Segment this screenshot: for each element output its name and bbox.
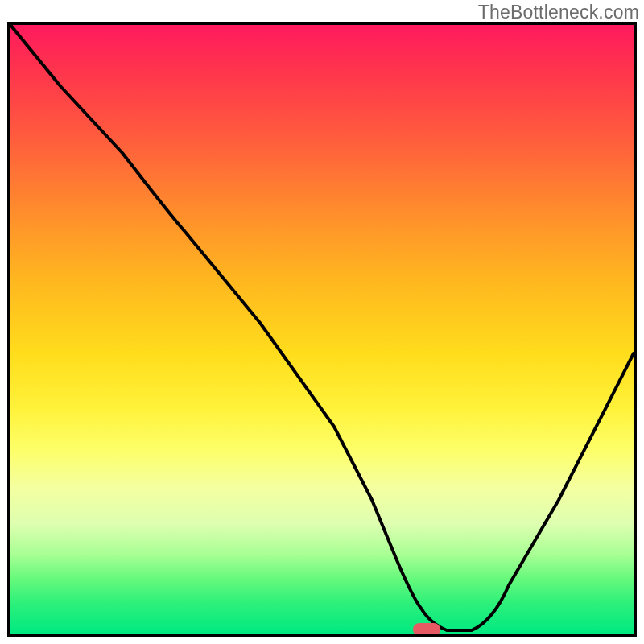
watermark-text: TheBottleneck.com [478,2,639,23]
plot-area [7,22,637,637]
chart-svg [10,25,634,634]
bottleneck-curve-line [10,25,634,630]
bottleneck-marker [413,623,440,634]
chart-frame: TheBottleneck.com [0,0,644,644]
